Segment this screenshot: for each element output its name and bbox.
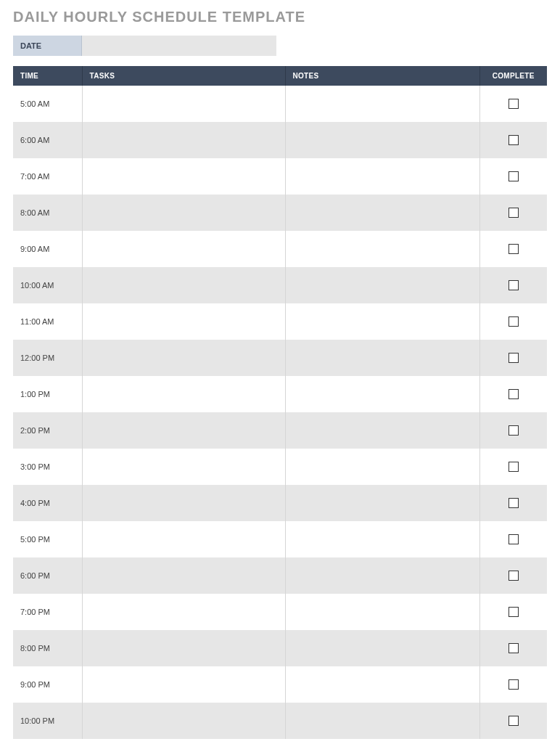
notes-cell[interactable] (285, 594, 479, 630)
table-row: 1:00 PM (13, 376, 547, 412)
table-row: 10:00 AM (13, 267, 547, 303)
header-row: TIME TASKS NOTES COMPLETE (13, 66, 547, 86)
checkbox-icon[interactable] (508, 280, 519, 290)
time-cell: 12:00 PM (13, 340, 82, 376)
date-label: DATE (13, 36, 82, 56)
notes-cell[interactable] (285, 195, 479, 231)
tasks-cell[interactable] (82, 231, 285, 267)
tasks-cell[interactable] (82, 267, 285, 303)
tasks-cell[interactable] (82, 412, 285, 449)
tasks-cell[interactable] (82, 449, 285, 485)
time-cell: 3:00 PM (13, 449, 82, 485)
notes-cell[interactable] (285, 340, 479, 376)
tasks-cell[interactable] (82, 303, 285, 340)
notes-cell[interactable] (285, 485, 479, 521)
tasks-cell[interactable] (82, 630, 285, 666)
complete-cell (479, 267, 547, 303)
notes-cell[interactable] (285, 521, 479, 557)
time-cell: 10:00 PM (13, 703, 82, 739)
checkbox-icon[interactable] (508, 244, 519, 254)
complete-cell (479, 376, 547, 412)
tasks-cell[interactable] (82, 158, 285, 195)
checkbox-icon[interactable] (508, 135, 519, 145)
tasks-cell[interactable] (82, 122, 285, 158)
complete-cell (479, 86, 547, 122)
notes-cell[interactable] (285, 376, 479, 412)
time-cell: 5:00 AM (13, 86, 82, 122)
header-tasks: TASKS (82, 66, 285, 86)
tasks-cell[interactable] (82, 340, 285, 376)
table-row: 9:00 AM (13, 231, 547, 267)
checkbox-icon[interactable] (508, 679, 519, 690)
notes-cell[interactable] (285, 158, 479, 195)
table-row: 7:00 PM (13, 594, 547, 630)
header-complete: COMPLETE (479, 66, 547, 86)
table-row: 11:00 AM (13, 303, 547, 340)
notes-cell[interactable] (285, 412, 479, 449)
time-cell: 7:00 AM (13, 158, 82, 195)
checkbox-icon[interactable] (508, 607, 519, 617)
table-row: 4:00 PM (13, 485, 547, 521)
checkbox-icon[interactable] (508, 716, 519, 726)
table-row: 6:00 PM (13, 557, 547, 594)
table-row: 9:00 PM (13, 666, 547, 703)
checkbox-icon[interactable] (508, 389, 519, 399)
time-cell: 1:00 PM (13, 376, 82, 412)
complete-cell (479, 485, 547, 521)
notes-cell[interactable] (285, 666, 479, 703)
table-row: 3:00 PM (13, 449, 547, 485)
tasks-cell[interactable] (82, 557, 285, 594)
notes-cell[interactable] (285, 449, 479, 485)
checkbox-icon[interactable] (508, 498, 519, 508)
schedule-table: TIME TASKS NOTES COMPLETE 5:00 AM6:00 AM… (13, 66, 547, 739)
time-cell: 8:00 PM (13, 630, 82, 666)
checkbox-icon[interactable] (508, 171, 519, 181)
checkbox-icon[interactable] (508, 316, 519, 327)
time-cell: 2:00 PM (13, 412, 82, 449)
tasks-cell[interactable] (82, 594, 285, 630)
complete-cell (479, 122, 547, 158)
time-cell: 4:00 PM (13, 485, 82, 521)
checkbox-icon[interactable] (508, 643, 519, 653)
notes-cell[interactable] (285, 630, 479, 666)
notes-cell[interactable] (285, 557, 479, 594)
tasks-cell[interactable] (82, 195, 285, 231)
table-row: 6:00 AM (13, 122, 547, 158)
complete-cell (479, 303, 547, 340)
tasks-cell[interactable] (82, 376, 285, 412)
checkbox-icon[interactable] (508, 534, 519, 544)
time-cell: 10:00 AM (13, 267, 82, 303)
table-row: 8:00 AM (13, 195, 547, 231)
time-cell: 7:00 PM (13, 594, 82, 630)
complete-cell (479, 594, 547, 630)
table-row: 8:00 PM (13, 630, 547, 666)
notes-cell[interactable] (285, 122, 479, 158)
tasks-cell[interactable] (82, 666, 285, 703)
checkbox-icon[interactable] (508, 571, 519, 581)
page-title: DAILY HOURLY SCHEDULE TEMPLATE (13, 9, 547, 25)
notes-cell[interactable] (285, 703, 479, 739)
notes-cell[interactable] (285, 86, 479, 122)
date-field[interactable] (82, 36, 276, 56)
checkbox-icon[interactable] (508, 99, 519, 109)
checkbox-icon[interactable] (508, 353, 519, 363)
notes-cell[interactable] (285, 267, 479, 303)
tasks-cell[interactable] (82, 703, 285, 739)
notes-cell[interactable] (285, 303, 479, 340)
tasks-cell[interactable] (82, 521, 285, 557)
tasks-cell[interactable] (82, 485, 285, 521)
complete-cell (479, 340, 547, 376)
time-cell: 9:00 AM (13, 231, 82, 267)
checkbox-icon[interactable] (508, 208, 519, 218)
time-cell: 6:00 PM (13, 557, 82, 594)
time-cell: 5:00 PM (13, 521, 82, 557)
checkbox-icon[interactable] (508, 462, 519, 472)
notes-cell[interactable] (285, 231, 479, 267)
tasks-cell[interactable] (82, 86, 285, 122)
table-row: 5:00 PM (13, 521, 547, 557)
time-cell: 11:00 AM (13, 303, 82, 340)
table-row: 2:00 PM (13, 412, 547, 449)
checkbox-icon[interactable] (508, 425, 519, 436)
table-row: 10:00 PM (13, 703, 547, 739)
date-row: DATE (13, 36, 547, 56)
